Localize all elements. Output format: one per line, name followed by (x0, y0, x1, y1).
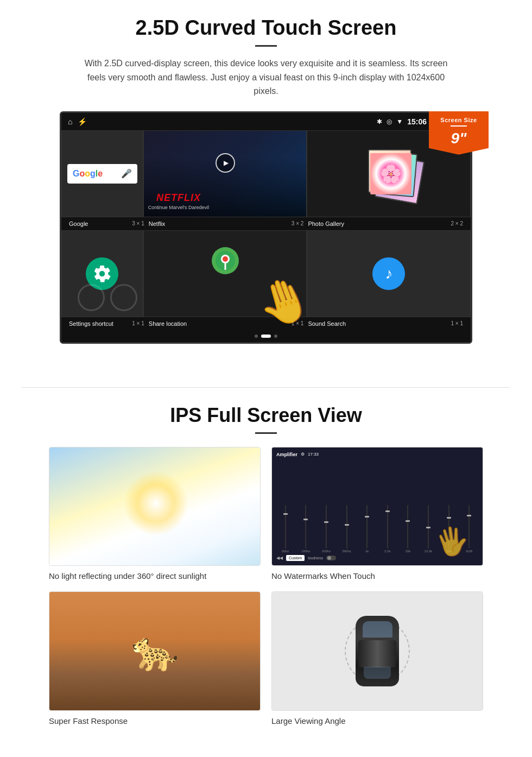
sound-label-size: 1 × 1 (451, 320, 463, 326)
google-logo: Google (73, 169, 103, 179)
page-dot-1 (255, 335, 258, 338)
cheetah-caption: Super Fast Response (49, 716, 261, 726)
sunlight-caption: No light reflecting under 360° direct su… (49, 571, 261, 581)
eq-bar-200hz: 200hz (317, 505, 335, 553)
google-label-name: Google (69, 220, 88, 227)
app-grid-top: Google 🎤 NETFLIX Continue Marvel's Dared… (61, 130, 471, 217)
eq-bar-500hz: 500hz (338, 505, 356, 553)
gallery-label-name: Photo Gallery (308, 220, 344, 227)
amp-title: Amplifier (276, 452, 297, 457)
amp-footer: ◀◀ Custom loudness (276, 555, 336, 561)
eq-thumb (467, 515, 471, 516)
bluetooth-icon: ✱ (377, 118, 382, 125)
eq-label-60hz: 60hz (282, 550, 289, 553)
eq-label-1k: 1k (365, 550, 369, 553)
eq-slider-1k (366, 505, 368, 548)
loudness-label: loudness (308, 556, 323, 560)
eq-slider-100hz (305, 505, 306, 548)
section1-title: 2.5D Curved Touch Screen (33, 16, 499, 40)
app-cell-netflix[interactable]: NETFLIX Continue Marvel's Daredevil (143, 130, 307, 217)
eq-thumb (426, 527, 430, 528)
app-grid-bottom: 🤚 ♪ (61, 230, 471, 317)
app-label-netflix: Netflix 3 × 2 (147, 220, 306, 227)
loudness-toggle[interactable] (326, 556, 336, 560)
eq-slider-200hz (326, 505, 327, 548)
android-device: ⌂ ⚡ ✱ ◎ ▼ 15:06 ⊡ ♪ ⊠ ▭ (60, 111, 472, 344)
eq-label-125k: 12.5k (425, 550, 433, 553)
netflix-label-size: 3 × 2 (292, 220, 304, 226)
amp-header: Amplifier ⚙ 17:33 (276, 452, 319, 457)
app-cell-sound[interactable]: ♪ (307, 230, 471, 317)
sunlight-image-box (49, 447, 261, 566)
netflix-label-box: NETFLIX Continue Marvel's Daredevil (148, 192, 209, 210)
section2-title: IPS Full Screen View (33, 404, 499, 427)
sunlight-image (49, 447, 260, 565)
amplifier-image-box: Amplifier ⚙ 17:33 60hz 100hz (271, 447, 483, 566)
settings-label-name: Settings shortcut (69, 320, 113, 327)
play-button[interactable] (216, 153, 235, 173)
status-bar: ⌂ ⚡ ✱ ◎ ▼ 15:06 ⊡ ♪ ⊠ ▭ (61, 113, 471, 130)
app-label-google: Google 3 × 1 (67, 220, 147, 227)
gallery-label-size: 2 × 2 (451, 220, 463, 226)
page-dot-2 (261, 335, 271, 338)
eq-slider-500hz (346, 505, 347, 548)
amplifier-caption: No Watermarks When Touch (271, 571, 483, 581)
app-cell-google[interactable]: Google 🎤 (61, 130, 143, 217)
settings-label-size: 1 × 1 (132, 320, 144, 326)
flower-thumbnail: 🌸 (370, 153, 411, 194)
amp-status: 17:33 (308, 452, 319, 457)
feature-car: › Large Viewing Angle (271, 591, 483, 725)
usb-icon: ⚡ (78, 117, 87, 126)
eq-thumb (283, 513, 288, 515)
netflix-label-name: Netflix (149, 220, 166, 227)
eq-thumb (365, 516, 369, 518)
shadow-circle-1 (78, 284, 105, 311)
badge-divider (451, 125, 467, 127)
app-labels-top: Google 3 × 1 Netflix 3 × 2 Photo Gallery… (61, 217, 471, 230)
app-label-settings: Settings shortcut 1 × 1 (67, 320, 147, 327)
wifi-icon: ▼ (396, 118, 403, 125)
title-divider (255, 45, 277, 47)
app-cell-share[interactable]: 🤚 (143, 230, 307, 317)
gallery-stack: 🌸 (362, 147, 416, 201)
badge-label: Screen Size (433, 117, 484, 123)
app-cell-settings[interactable] (61, 230, 143, 317)
amp-touch-hand: 🖐 (433, 523, 471, 560)
eq-thumb (385, 510, 390, 512)
eq-thumb (447, 517, 451, 519)
custom-button[interactable]: Custom (286, 555, 305, 561)
cheetah-image-box: 🐆 (49, 591, 261, 710)
badge-size: 9" (433, 130, 484, 147)
prev-icon: ◀◀ (276, 556, 283, 560)
sun-glow (123, 471, 188, 536)
eq-slider-60hz (285, 505, 286, 548)
eq-bar-100hz: 100hz (297, 505, 315, 553)
cheetah-icon: 🐆 (131, 629, 179, 673)
svg-point-3 (223, 256, 228, 262)
sound-label-name: Sound Search (308, 320, 346, 327)
google-label-size: 3 × 1 (132, 220, 144, 226)
shadow-circle-2 (110, 284, 137, 311)
eq-thumb (303, 519, 308, 520)
car-image: › (272, 592, 483, 710)
page-dot-3 (274, 335, 277, 338)
google-maps-icon (212, 247, 239, 274)
maps-svg (212, 247, 239, 274)
eq-label-200hz: 200hz (322, 550, 331, 553)
amp-settings-icon: ⚙ (301, 452, 305, 457)
eq-thumb (324, 521, 328, 523)
feature-sunlight: No light reflecting under 360° direct su… (49, 447, 261, 581)
app-label-sound: Sound Search 1 × 1 (306, 320, 465, 327)
netflix-logo: NETFLIX (148, 192, 209, 204)
netflix-subtitle: Continue Marvel's Daredevil (148, 205, 209, 210)
google-search-bar[interactable]: Google 🎤 (67, 164, 137, 184)
eq-label-10k: 10k (406, 550, 411, 553)
eq-bar-25k: 2.5k (378, 505, 397, 553)
cheetah-image: 🐆 (49, 592, 260, 710)
eq-label-25k: 2.5k (384, 550, 390, 553)
section-ips: IPS Full Screen View No light reflecting… (0, 388, 532, 736)
eq-slider-125k (428, 505, 429, 548)
eq-bar-60hz: 60hz (276, 505, 295, 553)
car-image-box: › (271, 591, 483, 710)
feature-cheetah: 🐆 Super Fast Response (49, 591, 261, 725)
